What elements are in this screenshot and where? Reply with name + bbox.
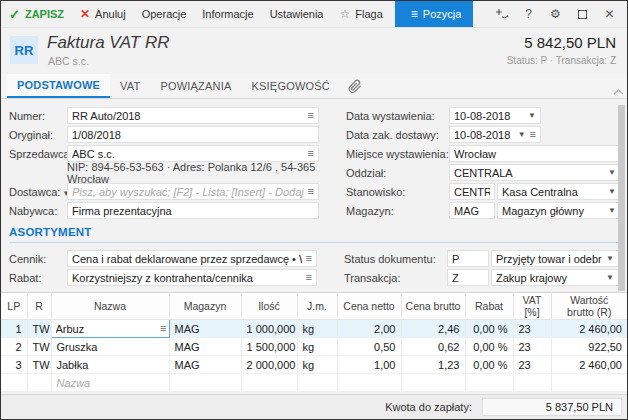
magazyn-code-input[interactable] (454, 205, 490, 217)
hamburger-icon[interactable]: ≡ (306, 253, 312, 264)
cell-rabat[interactable]: 0,00 % (465, 320, 513, 338)
maximize-icon[interactable] (569, 1, 596, 27)
cell-jm[interactable]: kg (297, 356, 337, 374)
cell-nazwa-placeholder[interactable]: Nazwa (51, 374, 169, 392)
oddzial-input[interactable] (454, 167, 604, 179)
cell-jm[interactable]: kg (297, 338, 337, 356)
hamburger-icon[interactable]: ≡ (308, 110, 314, 121)
rabat-input[interactable] (72, 272, 302, 284)
cell-nazwa[interactable]: Jabłka (51, 356, 169, 374)
cennik-field[interactable]: ≡ (67, 250, 317, 267)
status-dokumentu-code-input[interactable] (452, 253, 484, 265)
magazyn-input[interactable] (502, 205, 604, 217)
hamburger-icon[interactable]: ≡ (308, 148, 314, 159)
transakcja-code-input[interactable] (452, 272, 484, 284)
transakcja-field[interactable]: ▼ (491, 269, 619, 286)
help-icon[interactable]: ? (515, 1, 542, 27)
cell-cena-netto[interactable] (337, 374, 401, 392)
cell-ilosc[interactable]: 2 000,000 (241, 356, 297, 374)
cell-vat[interactable]: 23 (513, 356, 551, 374)
cell-r[interactable] (27, 374, 51, 392)
cell-cena-netto[interactable]: 1,00 (337, 356, 401, 374)
chevron-down-icon[interactable]: ▼ (608, 207, 616, 215)
magazyn-code-field[interactable] (449, 202, 495, 219)
flag-button[interactable]: ☆ Flaga (331, 1, 390, 27)
nabywca-field[interactable] (67, 202, 319, 219)
cell-lp[interactable]: 1 (1, 320, 27, 338)
cell-wartosc-brutto[interactable] (551, 374, 627, 392)
cennik-input[interactable] (72, 253, 302, 265)
transakcja-code-field[interactable] (447, 269, 489, 286)
menu-ustawienia[interactable]: Ustawienia (262, 1, 332, 27)
chevron-down-icon[interactable]: ▼ (518, 131, 526, 139)
gear-icon[interactable]: ⚙ (542, 1, 569, 27)
menu-informacje[interactable]: Informacje (194, 1, 261, 27)
cell-cena-brutto[interactable]: 1,23 (401, 356, 465, 374)
cell-wartosc-brutto[interactable]: 2 460,00 (551, 356, 627, 374)
sprzedawca-input[interactable] (72, 148, 304, 160)
cell-magazyn[interactable]: MAG (169, 356, 241, 374)
stanowisko-field[interactable]: ▼ (497, 183, 621, 200)
cell-ilosc[interactable] (241, 374, 297, 392)
stanowisko-input[interactable] (502, 186, 604, 198)
chevron-down-icon[interactable]: ▼ (528, 112, 536, 120)
tab-powiazania[interactable]: POWIĄZANIA (150, 74, 241, 98)
cell-vat[interactable] (513, 374, 551, 392)
cell-lp[interactable] (1, 374, 27, 392)
tab-ksiegowosc[interactable]: KSIĘGOWOŚĆ (242, 74, 340, 98)
hamburger-icon[interactable]: ≡ (308, 186, 314, 197)
cell-r[interactable]: TW (27, 356, 51, 374)
cell-cena-netto[interactable]: 0,50 (337, 338, 401, 356)
stanowisko-code-field[interactable] (449, 183, 495, 200)
sprzedawca-field[interactable]: ≡ (67, 145, 319, 162)
chevron-down-icon[interactable]: ▼ (608, 169, 616, 177)
hamburger-icon[interactable]: ≡ (530, 129, 536, 140)
new-window-icon[interactable] (488, 1, 515, 27)
status-dokumentu-code-field[interactable] (447, 250, 489, 267)
cell-wartosc-brutto[interactable]: 922,50 (551, 338, 627, 356)
save-button[interactable]: ✓ ZAPISZ (1, 1, 72, 27)
numer-input[interactable] (72, 110, 304, 122)
dostawca-input[interactable] (72, 186, 304, 198)
hamburger-icon[interactable]: ≡ (306, 272, 312, 283)
cell-ilosc[interactable]: 1 500,000 (241, 338, 297, 356)
chevron-down-icon[interactable]: ▼ (606, 274, 614, 282)
cell-nazwa-selected[interactable]: Arbuz ≡ (51, 320, 169, 338)
status-dokumentu-field[interactable]: ▼ (491, 250, 619, 267)
numer-field[interactable]: ≡ (67, 107, 319, 124)
cell-cena-brutto[interactable]: 2,46 (401, 320, 465, 338)
attachments-tab[interactable] (340, 74, 370, 98)
stanowisko-code-input[interactable] (454, 186, 490, 198)
menu-operacje[interactable]: Operacje (134, 1, 195, 27)
cell-ilosc[interactable]: 1 000,000 (241, 320, 297, 338)
oryginal-input[interactable] (72, 129, 314, 141)
oddzial-field[interactable]: ▼ (449, 164, 621, 181)
cell-lp[interactable]: 3 (1, 356, 27, 374)
data-zak-dostawy-field[interactable]: ▼ ≡ (449, 126, 541, 143)
cell-jm[interactable]: kg (297, 320, 337, 338)
dostawca-field[interactable]: ≡ (67, 183, 319, 200)
pozycja-button[interactable]: ≡ Pozycja (395, 1, 474, 27)
status-dokumentu-input[interactable] (496, 253, 602, 265)
cell-cena-netto[interactable]: 2,00 (337, 320, 401, 338)
dostawca-label[interactable]: Dostawca:▼ (9, 186, 67, 198)
transakcja-input[interactable] (496, 272, 602, 284)
rabat-field[interactable]: ≡ (67, 269, 317, 286)
cell-vat[interactable]: 23 (513, 320, 551, 338)
cell-rabat[interactable]: 0,00 % (465, 356, 513, 374)
cell-magazyn[interactable]: MAG (169, 320, 241, 338)
tab-podstawowe[interactable]: PODSTAWOWE (7, 74, 110, 98)
data-wystawienia-field[interactable]: ▼ (449, 107, 541, 124)
oryginal-field[interactable] (67, 126, 319, 143)
cell-lp[interactable]: 2 (1, 338, 27, 356)
hamburger-icon[interactable]: ≡ (160, 323, 166, 334)
cell-jm[interactable] (297, 374, 337, 392)
tab-vat[interactable]: VAT (110, 74, 150, 98)
cell-vat[interactable]: 23 (513, 338, 551, 356)
cell-cena-brutto[interactable] (401, 374, 465, 392)
chevron-down-icon[interactable]: ▼ (606, 255, 614, 263)
scroll-up-icon[interactable] (613, 89, 624, 95)
cancel-button[interactable]: ✕ Anuluj (72, 1, 134, 27)
data-wystawienia-input[interactable] (454, 110, 524, 122)
miejsce-wystawienia-field[interactable] (449, 145, 621, 162)
